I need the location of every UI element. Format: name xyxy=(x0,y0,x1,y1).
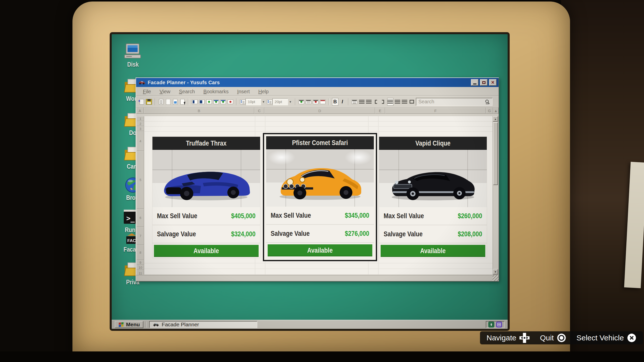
table-style-1-button[interactable] xyxy=(298,98,304,106)
chevron-down-icon: ▼ xyxy=(289,100,292,103)
align-selected-button[interactable] xyxy=(387,98,393,106)
row-header[interactable]: 10 xyxy=(137,265,144,270)
menu-insert[interactable]: Insert xyxy=(233,89,254,95)
table-style-3-button[interactable] xyxy=(313,98,319,106)
column-header-a[interactable]: A xyxy=(136,108,144,114)
scroll-down-arrow[interactable]: ▼ xyxy=(493,269,498,275)
bracket-close-button[interactable] xyxy=(380,98,386,106)
close-button[interactable]: × xyxy=(489,79,497,86)
row-header[interactable]: 4 xyxy=(137,131,144,151)
document-image-button[interactable] xyxy=(172,98,178,106)
sheet-green-1-button[interactable] xyxy=(213,98,219,106)
box-outline-icon xyxy=(410,100,414,104)
table-style-4-button[interactable] xyxy=(320,98,326,106)
row-header[interactable]: 6 xyxy=(137,209,144,227)
tray-window-icon[interactable] xyxy=(496,322,502,328)
max-sell-label: Max Sell Value xyxy=(157,212,197,220)
column-header-g[interactable]: G xyxy=(486,108,493,114)
document-button[interactable] xyxy=(158,98,164,106)
tray-recycle-icon[interactable] xyxy=(488,322,494,328)
row-header[interactable]: 5 xyxy=(137,151,144,209)
resize-grip[interactable] xyxy=(493,275,499,281)
column-header-c[interactable]: C xyxy=(254,108,264,114)
document-dashed-button[interactable] xyxy=(165,98,171,106)
italic-button[interactable]: I xyxy=(339,98,345,106)
font-size-small-dropdown[interactable]: 10pt ▼ xyxy=(240,98,265,106)
table-style-4-icon xyxy=(320,100,326,104)
save-icon xyxy=(146,99,152,105)
search-input[interactable] xyxy=(418,99,485,105)
column-header-f[interactable]: F xyxy=(385,108,486,114)
menu-bookmarks[interactable]: Bookmarks xyxy=(199,89,233,95)
scroll-up-button[interactable]: ▲ xyxy=(493,108,499,114)
document-cursor-button[interactable] xyxy=(179,98,185,106)
chevron-down-icon: ▼ xyxy=(262,100,265,103)
window-titlebar[interactable]: Facade Planner - Yusufs Cars × xyxy=(136,78,499,87)
desktop-icon-disk[interactable]: Disk xyxy=(113,42,153,68)
column-style-1-button[interactable] xyxy=(192,98,198,106)
bold-button[interactable]: B xyxy=(332,98,338,106)
task-facade-planner[interactable]: Facade Planner xyxy=(149,321,257,328)
max-sell-label: Max Sell Value xyxy=(384,212,424,220)
list-icon xyxy=(267,100,272,104)
maximize-button[interactable] xyxy=(480,79,488,86)
align-lines-3-button[interactable] xyxy=(394,98,400,106)
salvage-row: Salvage Value $276,000 xyxy=(266,225,374,243)
vehicle-card-vapid-clique[interactable]: Vapid Clique xyxy=(379,137,487,258)
align-lines-2-button[interactable] xyxy=(366,98,372,106)
computer-icon xyxy=(113,42,153,60)
minimize-icon xyxy=(473,83,476,84)
cell-red-icon xyxy=(228,100,233,104)
list-icon xyxy=(240,100,246,104)
row-header[interactable]: 7 xyxy=(137,227,144,245)
row-header[interactable]: 2 xyxy=(137,121,144,126)
hint-label: Quit xyxy=(540,334,554,342)
align-lines-4-button[interactable] xyxy=(401,98,408,106)
cell-red-button[interactable] xyxy=(227,98,233,106)
row-header[interactable]: 11 xyxy=(137,270,144,275)
minimize-button[interactable] xyxy=(471,79,478,86)
menu-view[interactable]: View xyxy=(155,89,175,95)
sheet-area: 1 2 3 4 5 6 7 8 9 10 11 Truffade Thrax xyxy=(137,116,498,275)
align-lines-1-button[interactable] xyxy=(358,98,365,106)
taskbar: Menu Facade Planner xyxy=(112,320,508,329)
scroll-up-arrow[interactable]: ▲ xyxy=(493,116,498,122)
column-header-e[interactable]: E xyxy=(375,108,385,114)
status-badge: Available xyxy=(420,247,446,255)
menu-help[interactable]: Help xyxy=(254,89,273,95)
column-header-d[interactable]: D xyxy=(264,108,375,114)
table-style-2-button[interactable] xyxy=(305,98,311,106)
salvage-value: $208,000 xyxy=(458,230,482,238)
grid-view-button[interactable] xyxy=(351,98,357,106)
vertical-scrollbar[interactable]: ▲ ▼ xyxy=(493,116,498,275)
cell-green-button[interactable] xyxy=(206,98,212,106)
menu-search[interactable]: Search xyxy=(175,89,199,95)
available-button[interactable]: Available xyxy=(381,245,485,257)
toolbar-separator xyxy=(188,98,189,105)
status-badge: Available xyxy=(193,247,219,255)
scene: Disk Work Do Cars Brow xyxy=(0,0,644,362)
column-header-b[interactable]: B xyxy=(144,108,254,114)
monitor-screen: Disk Work Do Cars Brow xyxy=(110,32,510,331)
vehicle-card-pfister-comet-safari[interactable]: Pfister Comet Safari xyxy=(266,136,374,258)
row-header[interactable]: 8 xyxy=(137,245,144,260)
row-header[interactable]: 3 xyxy=(137,126,144,131)
row-header[interactable]: 9 xyxy=(137,260,144,265)
column-style-2-button[interactable] xyxy=(199,98,205,106)
save-button[interactable] xyxy=(146,98,152,106)
vehicle-card-truffade-thrax[interactable]: Truffade Thrax xyxy=(152,137,260,258)
available-button[interactable]: Available xyxy=(154,245,259,257)
max-sell-row: Max Sell Value $405,000 xyxy=(152,207,260,225)
font-size-large-dropdown[interactable]: 20pt ▼ xyxy=(267,98,292,106)
scroll-thumb[interactable] xyxy=(493,122,498,185)
bracket-open-button[interactable] xyxy=(373,98,379,106)
table-style-3-icon xyxy=(313,100,318,104)
menu-button[interactable]: Menu xyxy=(115,321,143,328)
new-document-button[interactable] xyxy=(139,98,145,106)
menu-file[interactable]: File xyxy=(139,89,155,95)
box-outline-button[interactable] xyxy=(409,98,415,106)
available-button[interactable]: Available xyxy=(268,244,372,256)
row-header[interactable]: 1 xyxy=(137,116,144,121)
vehicle-image-pfister-comet-safari xyxy=(266,149,374,207)
sheet-green-2-button[interactable] xyxy=(220,98,226,106)
